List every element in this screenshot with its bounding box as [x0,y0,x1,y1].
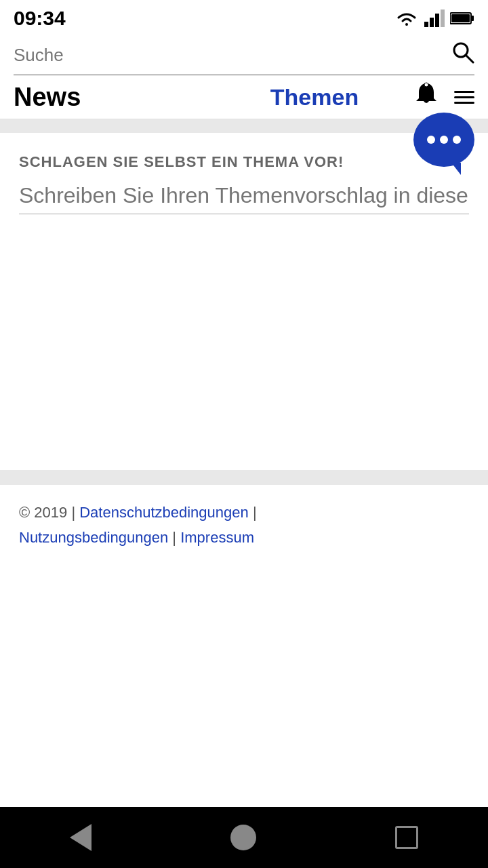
recents-icon [395,826,418,849]
svg-rect-2 [435,14,439,27]
svg-rect-0 [424,22,428,27]
footer-datenschutz-link[interactable]: Datenschutzbedingungen [79,504,249,521]
nav-news-label[interactable]: News [14,83,214,112]
main-content: SCHLAGEN SIE SELBST EIN THEMA VOR! [0,133,488,470]
suggest-label: SCHLAGEN SIE SELBST EIN THEMA VOR! [19,153,469,171]
status-icons [394,9,474,27]
footer-nutzung-link[interactable]: Nutzungsbedingungen [19,529,168,546]
footer: © 2019 | Datenschutzbedingungen | Nutzun… [0,485,488,566]
svg-rect-6 [451,14,470,22]
search-input[interactable] [14,45,451,66]
wifi-icon [394,9,419,27]
suggest-input[interactable] [19,183,469,214]
back-icon [70,824,92,851]
svg-line-8 [466,55,473,62]
footer-sep1: | [253,504,257,521]
status-time: 09:34 [14,7,66,30]
search-button[interactable] [451,41,474,69]
bottom-separator [0,470,488,485]
back-button[interactable] [70,824,92,851]
nav-bar: News Themen [0,75,488,119]
bell-svg [415,82,438,106]
search-icon [451,41,474,64]
svg-rect-1 [430,18,434,27]
search-bar [14,35,474,75]
svg-rect-3 [441,9,445,27]
footer-sep2: | [172,529,176,546]
svg-rect-5 [471,16,474,21]
battery-icon [450,12,474,25]
bell-icon[interactable] [415,82,438,112]
svg-point-9 [424,83,428,87]
bottom-nav [0,807,488,868]
hamburger-menu-button[interactable] [454,91,474,104]
spacer [0,565,488,807]
recents-button[interactable] [395,826,418,849]
chat-bubble-dots [427,136,461,144]
chat-bubble-button[interactable] [413,113,474,167]
home-button[interactable] [230,825,256,850]
nav-themen-label[interactable]: Themen [214,84,415,111]
footer-copyright: © 2019 | [19,504,75,521]
footer-impressum-link[interactable]: Impressum [180,529,254,546]
status-bar: 09:34 [0,0,488,35]
signal-icon [424,9,445,27]
home-icon [230,825,256,850]
